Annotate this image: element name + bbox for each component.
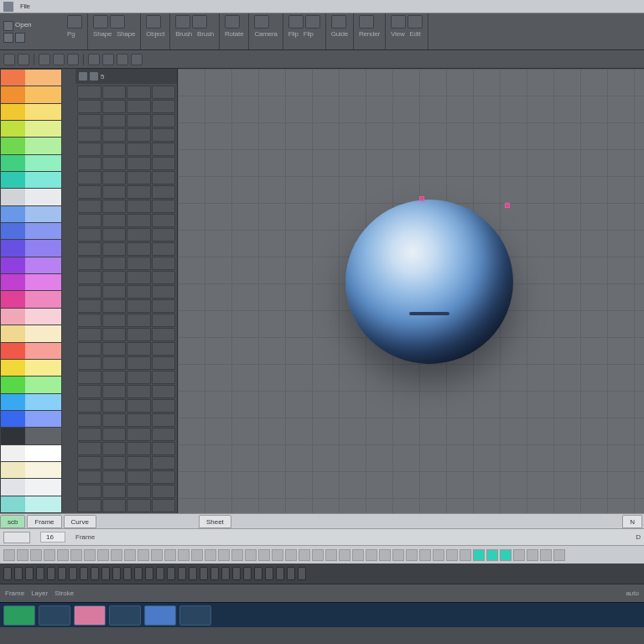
tool-button[interactable] (102, 185, 127, 199)
tool-button[interactable] (77, 100, 101, 113)
tool-button[interactable] (102, 314, 127, 327)
timeline-tick[interactable] (272, 549, 283, 561)
tool-button[interactable] (152, 285, 176, 299)
timeline-tick[interactable] (30, 549, 42, 561)
color-swatch[interactable] (1, 411, 61, 427)
layer-chip[interactable] (36, 567, 44, 580)
tool-button[interactable] (152, 499, 176, 512)
tool-button[interactable] (102, 242, 127, 256)
tool-button[interactable] (77, 228, 101, 242)
task-item[interactable] (144, 605, 176, 626)
tool-button[interactable] (127, 413, 151, 427)
tool-button[interactable] (102, 485, 127, 498)
layer-chip[interactable] (167, 567, 175, 580)
timeline-tick[interactable] (138, 549, 149, 561)
tool-button[interactable] (127, 485, 151, 498)
timeline-tick[interactable] (379, 549, 391, 561)
tool-button[interactable] (102, 456, 127, 470)
tool-button[interactable] (127, 328, 151, 341)
tool-button[interactable] (77, 485, 101, 498)
timeline-tick[interactable] (352, 549, 364, 561)
timeline-tick[interactable] (419, 549, 431, 561)
timeline-tick[interactable] (17, 549, 29, 561)
layer-chip[interactable] (14, 567, 23, 580)
toolbar-button[interactable] (359, 15, 374, 29)
tool-button[interactable] (152, 185, 176, 199)
tool-button[interactable] (77, 328, 101, 341)
tool-button[interactable] (77, 456, 101, 470)
toolbar-button[interactable] (305, 15, 320, 29)
timeline-tick[interactable] (392, 549, 404, 561)
color-swatch[interactable] (1, 394, 61, 410)
tool-button[interactable] (102, 399, 127, 413)
tool-button[interactable] (127, 128, 151, 142)
tool-button[interactable] (152, 228, 176, 242)
tab-curve[interactable]: Curve (64, 515, 96, 528)
timeline-tick[interactable] (486, 549, 498, 561)
tool-button[interactable] (102, 356, 127, 370)
tool-button[interactable] (152, 428, 176, 441)
color-swatch[interactable] (1, 325, 61, 341)
tool-button[interactable] (127, 299, 151, 313)
layer-chip[interactable] (80, 567, 88, 580)
tool-button[interactable] (127, 157, 151, 170)
timeline-tick[interactable] (57, 549, 69, 561)
tool-button[interactable] (127, 114, 151, 127)
tool-button[interactable] (77, 285, 101, 299)
layer-chip[interactable] (112, 567, 121, 580)
color-swatch[interactable] (1, 479, 61, 495)
timeline-tick[interactable] (84, 549, 96, 561)
tool-button[interactable] (102, 271, 127, 284)
tool-button[interactable] (77, 143, 101, 156)
tool-button[interactable] (152, 399, 176, 413)
color-swatch[interactable] (1, 309, 61, 325)
timeline-tick[interactable] (325, 549, 337, 561)
tool-button[interactable] (127, 171, 151, 184)
tool-button[interactable] (77, 413, 101, 427)
timeline-tick[interactable] (473, 549, 485, 561)
tool-button[interactable] (102, 128, 127, 142)
task-item[interactable] (39, 605, 70, 626)
tool-button[interactable] (77, 299, 101, 313)
tool-button[interactable] (152, 257, 176, 270)
tool-icon[interactable] (18, 54, 29, 65)
layer-chip[interactable] (91, 567, 99, 580)
layer-chip[interactable] (265, 567, 273, 580)
timeline-tick[interactable] (540, 549, 552, 561)
timeline-tick[interactable] (151, 549, 163, 561)
tool-button[interactable] (77, 371, 101, 384)
tool-button[interactable] (152, 200, 176, 213)
task-item[interactable] (179, 605, 211, 626)
color-swatch[interactable] (1, 360, 61, 376)
timeline-tick[interactable] (111, 549, 122, 561)
tool-button[interactable] (152, 128, 176, 142)
color-swatch[interactable] (1, 291, 61, 307)
timeline-tick[interactable] (258, 549, 270, 561)
tool-button[interactable] (152, 86, 176, 99)
tool-button[interactable] (127, 371, 151, 384)
color-swatch[interactable] (1, 496, 61, 512)
timeline-tick[interactable] (178, 549, 190, 561)
tool-button[interactable] (127, 228, 151, 242)
tool-button[interactable] (102, 442, 127, 455)
task-item[interactable] (109, 605, 141, 626)
tool-button[interactable] (77, 185, 101, 199)
tool-button[interactable] (127, 86, 151, 99)
transform-handle[interactable] (505, 203, 510, 208)
tool-button[interactable] (152, 299, 176, 313)
tool-button[interactable] (102, 214, 127, 227)
tool-button[interactable] (77, 171, 101, 184)
timeline-tick[interactable] (366, 549, 377, 561)
layer-chip[interactable] (134, 567, 143, 580)
color-swatch[interactable] (1, 343, 61, 359)
toolbar-button[interactable] (146, 15, 161, 29)
tool-button[interactable] (102, 371, 127, 384)
tool-icon[interactable] (53, 54, 65, 65)
toolbar-button[interactable] (175, 15, 190, 29)
tool-button[interactable] (152, 214, 176, 227)
tool-button[interactable] (127, 342, 151, 356)
color-swatch[interactable] (1, 462, 61, 478)
color-swatch[interactable] (1, 257, 61, 273)
timeline-tick[interactable] (44, 549, 55, 561)
layer-chip[interactable] (210, 567, 219, 580)
